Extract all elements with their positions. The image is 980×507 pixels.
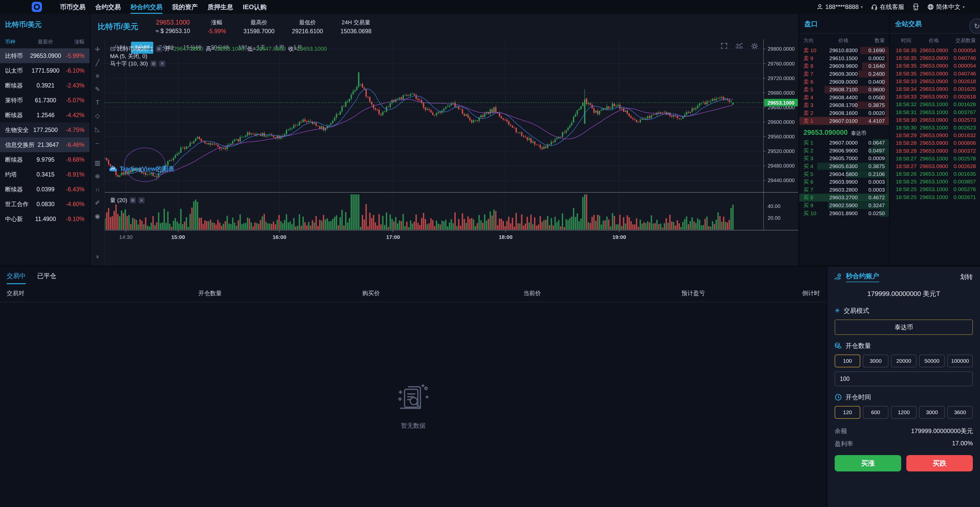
nav-item-IEO认购[interactable]: IEO认购 — [243, 0, 267, 14]
coin-row-断续器[interactable]: 断续器1.2546-4.42% — [0, 108, 89, 122]
bid-row[interactable]: 买 429605.63000.3875 — [799, 162, 889, 170]
trading-app: 币币交易合约交易秒合约交易我的资产质押生息IEO认购 188****8888 ▾… — [0, 0, 980, 507]
time-preset-1200[interactable]: 1200 — [891, 406, 916, 419]
tab-已平仓[interactable]: 已平仓 — [37, 272, 56, 284]
toolbar-more-icon[interactable]: ∨ — [92, 251, 103, 262]
cross-settings-icon[interactable] — [150, 60, 157, 67]
amount-preset-20000[interactable]: 20000 — [891, 354, 916, 367]
coin-row-世工合作[interactable]: 世工合作0.0830-4.60% — [0, 197, 89, 211]
ask-row[interactable]: 卖 529608.71000.9600 — [799, 86, 889, 94]
mode-select[interactable]: 泰达币 — [835, 319, 973, 335]
trendline-icon[interactable]: ╱ — [92, 57, 103, 68]
coin-row-断续器[interactable]: 断续器0.3921-2.43% — [0, 78, 89, 93]
transfer-link[interactable]: 划转 — [960, 273, 973, 281]
panel-title[interactable]: 秒合约账户 — [846, 272, 879, 282]
coin-row-约塔[interactable]: 约塔0.3415-8.91% — [0, 167, 89, 182]
measure-icon[interactable]: ◺ — [92, 123, 103, 135]
orderbook-mid: 29653.090000 泰达币 — [799, 125, 889, 139]
volume-settings-icon[interactable] — [130, 197, 136, 203]
ask-row[interactable]: 卖 829609.98000.1640 — [799, 62, 889, 70]
nav-item-我的资产[interactable]: 我的资产 — [172, 0, 198, 14]
edit-icon[interactable]: ✐ — [92, 197, 103, 209]
bid-row[interactable]: 买 329605.70000.0009 — [799, 154, 889, 162]
bid-row[interactable]: 买 1029601.89000.0250 — [799, 209, 889, 217]
ask-row[interactable]: 卖 229608.16000.0020 — [799, 109, 889, 117]
language-selector[interactable]: 简体中文 ▾ — [927, 3, 965, 11]
qty-value: 0.0020 — [861, 110, 885, 116]
bar-pattern-icon[interactable]: ▥ — [92, 157, 103, 169]
magnet-icon[interactable]: ∩ — [92, 184, 103, 195]
price-value: 29603.2700 — [826, 194, 861, 200]
volume-label: 24H 交易量 — [340, 19, 372, 26]
price-value: 29603.2800 — [826, 187, 861, 193]
bid-row[interactable]: 买 529604.58000.2106 — [799, 170, 889, 178]
series-settings-icon[interactable] — [156, 46, 162, 52]
legend-ma-row: MA (5, 关闭, 0) — [110, 52, 327, 60]
time-preset-3000[interactable]: 3000 — [919, 406, 945, 419]
time-preset-120[interactable]: 120 — [835, 406, 860, 419]
text-tool-icon[interactable]: T — [92, 97, 103, 108]
ask-row[interactable]: 卖 329608.17000.3875 — [799, 101, 889, 109]
coin-row-断续器[interactable]: 断续器0.0399-6.43% — [0, 182, 89, 197]
coin-name: 断续器 — [5, 82, 29, 89]
nav-item-秒合约交易[interactable]: 秒合约交易 — [130, 0, 162, 14]
coin-row-生物安全[interactable]: 生物安全177.2500-4.75% — [0, 122, 89, 137]
time-preset-3600[interactable]: 3600 — [947, 406, 973, 419]
coin-row-中心新[interactable]: 中心新11.4900-9.10% — [0, 211, 89, 226]
profit-rate-value: 17.00% — [952, 440, 973, 448]
tradingview-attribution[interactable]: TradingView的图表 — [109, 165, 174, 173]
amount-preset-100[interactable]: 100 — [835, 354, 860, 367]
volume-close-icon[interactable]: ✕ — [138, 197, 145, 203]
ask-row[interactable]: 卖 129607.01004.4107 — [799, 117, 889, 125]
direction-label: 买 7 — [803, 186, 826, 193]
coin-row-断续器[interactable]: 断续器9.9795-9.68% — [0, 152, 89, 167]
drawing-toolbar: ✛╱≡✎T◇◺←▥⊕∩✐◉∨ — [91, 40, 105, 265]
online-support-button[interactable]: 在线客服 — [871, 3, 904, 11]
app-download-button[interactable]: APP — [912, 3, 919, 11]
coin-row-以太币[interactable]: 以太币1771.5900-6.10% — [0, 63, 89, 78]
coin-row-比特币[interactable]: 比特币29653.0900-5.99% — [0, 48, 89, 63]
crosshair-icon[interactable]: ✛ — [92, 43, 103, 55]
ask-row[interactable]: 卖 729609.30000.2400 — [799, 70, 889, 78]
collapse-toolbar-icon[interactable]: ← — [92, 137, 103, 148]
qty-value: 0.2400 — [861, 71, 885, 77]
user-icon — [816, 3, 823, 10]
qty-value: 0.0647 — [861, 140, 885, 146]
brush-icon[interactable]: ✎ — [92, 83, 103, 95]
nav-item-质押生息[interactable]: 质押生息 — [207, 0, 233, 14]
ask-row[interactable]: 卖 929610.15000.0002 — [799, 54, 889, 62]
collapse-pane-icon[interactable]: ⊟ — [110, 45, 115, 52]
bid-row[interactable]: 买 629603.99000.0003 — [799, 178, 889, 186]
bid-row[interactable]: 买 929602.59000.3247 — [799, 202, 889, 210]
ask-row[interactable]: 卖 1029610.83000.1690 — [799, 46, 889, 54]
tab-交易中[interactable]: 交易中 — [6, 272, 26, 284]
amount-preset-50000[interactable]: 50000 — [919, 354, 945, 367]
cross-close-icon[interactable]: ✕ — [159, 60, 165, 67]
zoom-icon[interactable]: ⊕ — [92, 170, 103, 182]
nav-item-币币交易[interactable]: 币币交易 — [60, 0, 86, 14]
ask-row[interactable]: 卖 629609.00000.0400 — [799, 78, 889, 86]
legend-ohlc: 高=29653.1000 — [206, 45, 244, 52]
ask-row[interactable]: 卖 429608.44000.0500 — [799, 94, 889, 102]
bid-row[interactable]: 买 829603.27000.4672 — [799, 194, 889, 202]
lock-icon[interactable]: ◉ — [92, 210, 103, 222]
account-menu[interactable]: 188****8888 ▾ — [816, 3, 863, 11]
bid-row[interactable]: 买 229606.99000.0497 — [799, 147, 889, 155]
buy-up-button[interactable]: 买涨 — [835, 455, 901, 472]
amount-input[interactable] — [835, 372, 973, 386]
coin-row-信息交换所[interactable]: 信息交换所21.3647-6.46% — [0, 137, 89, 152]
coin-row-莱特币[interactable]: 莱特币61.7300-5.07% — [0, 93, 89, 108]
amount-preset-3000[interactable]: 3000 — [863, 354, 888, 367]
bid-row[interactable]: 买 729603.28000.0003 — [799, 186, 889, 194]
qty-value: 0.3247 — [861, 202, 885, 208]
buy-down-button[interactable]: 买跌 — [906, 455, 973, 472]
time-preset-600[interactable]: 600 — [863, 406, 888, 419]
amount-preset-100000[interactable]: 100000 — [947, 354, 973, 367]
fib-retracement-icon[interactable]: ≡ — [92, 70, 103, 82]
nav-item-合约交易[interactable]: 合约交易 — [95, 0, 121, 14]
approx-usd: ≈ $ 29653.10 — [156, 28, 190, 35]
exchange-logo-icon[interactable] — [32, 2, 42, 12]
candlestick-chart[interactable]: 29800.000029760.000029720.000029680.0000… — [105, 40, 798, 251]
pattern-icon[interactable]: ◇ — [92, 110, 103, 122]
bid-row[interactable]: 买 129607.00000.0647 — [799, 139, 889, 147]
